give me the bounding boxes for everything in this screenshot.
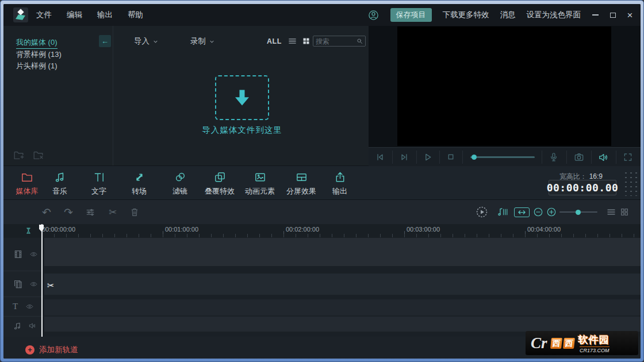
sidebar-item-sample-intros[interactable]: 片头样例 (1) <box>16 61 57 71</box>
control-separator <box>591 151 592 164</box>
maximize-icon <box>610 13 616 18</box>
track-grid-view-button[interactable] <box>620 207 630 217</box>
video-preview-area <box>397 26 611 146</box>
filter-circles-icon <box>174 171 187 184</box>
filter-all-button[interactable]: ALL <box>267 37 282 45</box>
record-label: 录制 <box>190 36 206 47</box>
control-separator <box>416 151 417 164</box>
menu-file[interactable]: 文件 <box>36 10 52 20</box>
previous-frame-button[interactable] <box>375 152 386 163</box>
add-new-track-button[interactable]: + 添加新轨道 <box>25 345 78 355</box>
import-label: 导入 <box>134 36 150 47</box>
tab-media-library[interactable]: 媒体库 <box>16 171 39 197</box>
collapse-sidebar-button[interactable]: ← <box>99 35 111 47</box>
minimize-icon <box>592 14 599 16</box>
account-icon[interactable] <box>367 9 379 21</box>
timecode-display[interactable]: 00:00:00.00 <box>549 180 616 195</box>
delete-folder-button[interactable] <box>32 149 45 161</box>
zoom-to-fit-button[interactable] <box>514 207 530 217</box>
search-icon <box>356 37 363 45</box>
close-button[interactable]: × <box>626 11 634 19</box>
microphone-button[interactable] <box>549 152 559 163</box>
menu-output[interactable]: 输出 <box>97 10 113 20</box>
text-track-header: T <box>3 297 43 317</box>
sidebar-item-my-media[interactable]: 我的媒体 (0) <box>16 37 57 49</box>
audio-mixer-button[interactable] <box>496 206 508 218</box>
video-track-header <box>3 238 43 271</box>
watermark-xi-box: 西 <box>550 338 562 349</box>
seek-slider-knob[interactable] <box>471 155 477 160</box>
audio-track-lane[interactable] <box>44 316 641 332</box>
tab-overlays[interactable]: 叠覆特效 <box>205 171 235 197</box>
playhead[interactable] <box>41 224 43 337</box>
marker-tool-icon[interactable] <box>24 226 33 235</box>
eye-visibility-icon[interactable] <box>29 249 39 259</box>
overlay-squares-icon <box>213 171 227 184</box>
search-input[interactable] <box>313 37 356 45</box>
play-button[interactable] <box>423 152 434 163</box>
pip-track-lane[interactable] <box>44 274 641 295</box>
volume-button[interactable] <box>597 152 609 163</box>
tab-elements[interactable]: 动画元素 <box>245 171 275 197</box>
control-separator <box>439 151 440 164</box>
download-effects-button[interactable]: 下载更多特效 <box>443 10 489 20</box>
list-view-button[interactable] <box>288 36 297 46</box>
folder-icon <box>21 171 34 184</box>
import-dropdown[interactable]: 导入 <box>134 36 159 47</box>
menu-edit[interactable]: 编辑 <box>67 10 82 20</box>
split-screen-icon <box>295 171 308 184</box>
add-folder-button[interactable] <box>13 149 25 161</box>
bottom-bar: + 添加新轨道 Cr 西 西 软件园 CR173.COM <box>3 337 641 359</box>
redo-button[interactable]: ↷ <box>64 207 73 218</box>
save-project-button[interactable]: 保存项目 <box>390 8 432 22</box>
panel-resize-handle[interactable] <box>623 171 638 196</box>
tab-music[interactable]: 音乐 <box>52 171 67 197</box>
video-track-lane[interactable] <box>44 238 641 266</box>
timeline-zoom-knob[interactable] <box>576 210 581 215</box>
playhead-scissors-icon[interactable]: ✂ <box>47 280 55 291</box>
cut-scissors-button[interactable]: ✂ <box>109 207 117 218</box>
record-dropdown[interactable]: 录制 <box>190 36 215 47</box>
messages-button[interactable]: 消息 <box>500 10 516 20</box>
light-theme-button[interactable]: 设置为浅色界面 <box>527 10 581 20</box>
grid-view-button[interactable] <box>302 36 310 45</box>
delete-trash-button[interactable] <box>129 207 140 218</box>
titlebar-actions: 保存项目 下载更多特效 消息 设置为浅色界面 <box>367 4 581 26</box>
zoom-in-button[interactable] <box>546 207 557 218</box>
stop-button[interactable] <box>446 152 456 162</box>
eye-visibility-icon[interactable] <box>29 279 39 289</box>
track-list-view-button[interactable] <box>606 207 616 217</box>
tab-label: 滤镜 <box>172 186 187 197</box>
tab-text[interactable]: 文字 <box>91 171 106 197</box>
tab-filters[interactable]: 滤镜 <box>172 171 187 197</box>
tab-label: 叠覆特效 <box>205 186 235 197</box>
eye-visibility-icon[interactable] <box>25 302 34 311</box>
tab-export[interactable]: 输出 <box>332 171 347 197</box>
adjust-properties-button[interactable] <box>85 206 96 218</box>
tab-split-screen[interactable]: 分屏效果 <box>286 171 316 197</box>
control-separator <box>616 151 616 164</box>
track-headers: T <box>3 238 44 337</box>
maximize-button[interactable] <box>609 11 616 19</box>
fullscreen-button[interactable] <box>623 152 633 162</box>
next-frame-button[interactable] <box>399 152 410 163</box>
render-preview-button[interactable] <box>476 206 489 219</box>
watermark-site-url: CR173.COM <box>580 346 610 353</box>
timeline-ruler[interactable]: 00:00:00:00 00:01:00:00 00:02:00:00 00:0… <box>3 224 641 238</box>
media-panel: 我的媒体 (0) 背景样例 (13) 片头样例 (1) ← 导入 录制 ALL … <box>3 26 369 166</box>
sidebar-item-sample-backgrounds[interactable]: 背景样例 (13) <box>16 49 62 60</box>
seek-slider[interactable] <box>470 156 535 158</box>
timeline-zoom-slider[interactable] <box>559 211 597 213</box>
minimize-button[interactable] <box>592 11 599 19</box>
search-box <box>313 36 366 47</box>
import-drop-zone[interactable] <box>215 75 269 120</box>
mute-speaker-icon[interactable] <box>28 321 37 330</box>
snapshot-camera-button[interactable] <box>574 152 585 163</box>
text-track-lane[interactable] <box>44 299 641 315</box>
undo-button[interactable]: ↶ <box>42 207 51 218</box>
menu-help[interactable]: 帮助 <box>128 10 143 20</box>
watermark-cr-logo: Cr <box>531 334 547 352</box>
control-separator <box>566 151 567 164</box>
tab-transitions[interactable]: 转场 <box>132 171 147 197</box>
zoom-out-button[interactable] <box>533 207 544 218</box>
